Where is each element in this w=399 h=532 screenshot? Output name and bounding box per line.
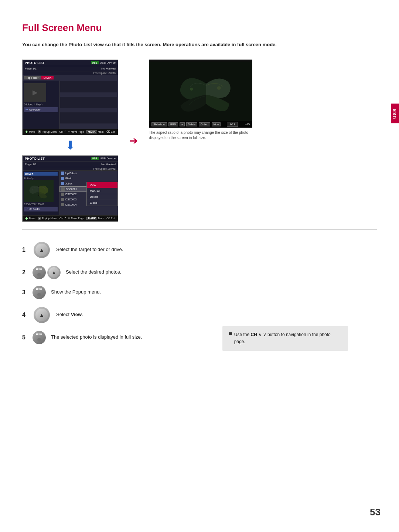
popup-view[interactable]: View [87,182,117,188]
delete-btn[interactable]: Delete [186,122,197,126]
main-content: Full Screen Menu You can change the Phot… [0,0,399,373]
page-number: 53 [370,506,381,518]
drive-a-tab[interactable]: DriveA [41,76,54,79]
ch-symbol: CH [251,332,257,337]
up-folder-1[interactable]: ↩ Up Folder [24,107,58,112]
step-2-num: 2 [22,269,27,276]
up-folder-row[interactable]: Up Folder [59,171,118,176]
view-bold: View [71,312,82,317]
pl-footer-1: ✚ Move ● PopUp Menu CH ⌃ ⚛ Move Page M [23,129,118,135]
file-icon-2 [61,193,64,196]
step-3-text: Show the Popup menu. [51,289,101,295]
up-sym: ∧ [258,332,263,337]
enter-dot-2 [37,273,41,277]
dsc0002-label: DSC0002 [65,193,76,196]
a-btn[interactable]: a [180,122,185,126]
photo-folder-row[interactable]: Photo [59,176,118,181]
footer-exit-2: ⌫ Exit [106,217,115,220]
hide-btn[interactable]: Hide [212,122,221,126]
thumb-placeholder-1: ▶ [24,83,46,102]
up-arrow-icon-2: ▲ [51,270,57,275]
pl-subheader-2: Page 1/1 No Marked [23,162,118,167]
pl-subheader-1: Page 1/1 No Marked [23,66,118,71]
butterfly-thumb [24,180,54,202]
step-1-row: 1 ▲ Select the target folder or drive. [22,241,208,259]
pl-title-2: PHOTO LIST [25,157,45,160]
popup-menu: View Mark All Delete Close [86,182,118,206]
page-info-1: Page 1/1 [25,67,37,70]
photo-list-screenshot-1: PHOTO LIST USB USB Device Page 1/1 No Ma… [22,60,118,135]
right-arrow: ➔ [129,135,138,147]
footer-move-2: ✚ Move [25,217,35,220]
step-5-num: 5 [22,334,27,341]
step-3-num: 3 [22,289,27,296]
file-count-1: 0 folder, 4 file(s) [24,103,58,106]
step-4-period: . [82,312,83,317]
step-5-text: The selected photo is displayed in full … [51,334,142,340]
note-text2: button to navigation in the photo page. [234,332,331,344]
popup-delete[interactable]: Delete [87,194,117,200]
enter-dot-3 [37,293,41,297]
footer-popup-1: ● PopUp Menu [38,130,57,134]
pl-left-2: DriveA Butterfly [23,171,59,215]
up-folder-2[interactable]: ↩ Up Folder [24,207,58,211]
folder-icon-3 [61,182,64,185]
footer-exit-1: ⌫ Exit [106,130,115,134]
up-folder-label-1: Up Folder [29,108,41,111]
fullscreen-preview: Slideshow BGM a Delete Option Hide 1/17 … [149,60,252,128]
down-arrow: ⬇ [65,138,75,152]
usb-icon-2: USB [91,157,99,160]
grid-cell-4 [89,97,117,108]
file-icon-3 [61,198,64,201]
grid-cell-1 [60,81,89,92]
dpad-icon-2: ▲ [47,266,61,279]
top-folder-tab[interactable]: Top Folder [24,76,41,79]
grid-cell-3 [60,97,89,108]
dpad-icon-4: ▲ [34,307,50,323]
footer-mark-2: MARK Mark [86,217,104,220]
dpad-inner-4: ▲ [35,309,48,321]
step-2-icons: ENTER ▲ [33,266,61,279]
up-arrow-icon-1: ▲ [39,247,44,253]
step-4-num: 4 [22,312,27,318]
mark-btn-2[interactable]: MARK [86,217,97,220]
photo-list-screenshot-2: PHOTO LIST USB USB Device Page 1/1 No Ma… [22,155,118,222]
note-bullet-sq [229,332,232,335]
dpad-inner-1: ▲ [35,244,48,256]
svg-point-5 [190,88,193,91]
up-arrow-icon-4: ▲ [39,312,44,318]
grid-cell-2 [89,81,117,92]
file-icon-1 [61,187,65,191]
dsc0004-label: DSC0004 [65,203,76,206]
step-4-text: Select View. [56,311,83,318]
usb-icon-1: USB [91,61,99,64]
mark-btn-1[interactable]: MARK [86,130,97,133]
bgm-btn[interactable]: BGM [168,122,178,126]
grid-cell-5 [60,112,89,123]
pl-header-1: PHOTO LIST USB USB Device [23,60,118,66]
step-1-num: 1 [22,247,27,253]
pl-right-2: Up Folder Photo X.Box 1366×768, 125KB [59,171,118,215]
grid-cell-6 [89,112,117,123]
svg-point-6 [217,86,221,90]
down-sym: ∨ [263,332,266,337]
screenshots-area: PHOTO LIST USB USB Device Page 1/1 No Ma… [22,60,377,222]
folder-icon-1 [61,172,64,175]
marked-2: No Marked [101,163,116,166]
footer-move-1: ✚ Move [25,130,35,134]
preview-controls: Slideshow BGM a Delete Option Hide 1/17 … [149,121,252,128]
dsc0001-label: DSC0001 [66,188,77,190]
drive-a-row: DriveA [24,172,58,176]
step-3-row: 3 ENTER Show the Popup menu. [22,286,208,299]
file-size-info: 1366×768 125KB [24,203,58,206]
option-btn[interactable]: Option [199,122,210,126]
steps-section: 1 ▲ Select the target folder or drive. 2… [22,241,377,351]
popup-mark-all[interactable]: Mark All [87,188,117,194]
subfolder-name: Butterfly [24,177,58,180]
slideshow-btn[interactable]: Slideshow [151,122,167,126]
pl-usb-1: USB USB Device [91,61,116,64]
step-4-icon: ▲ [33,306,51,324]
popup-close[interactable]: Close [87,200,117,206]
preview-counter: 1/17 [227,122,238,127]
footer-popup-2: ● PopUp Menu [38,217,57,220]
